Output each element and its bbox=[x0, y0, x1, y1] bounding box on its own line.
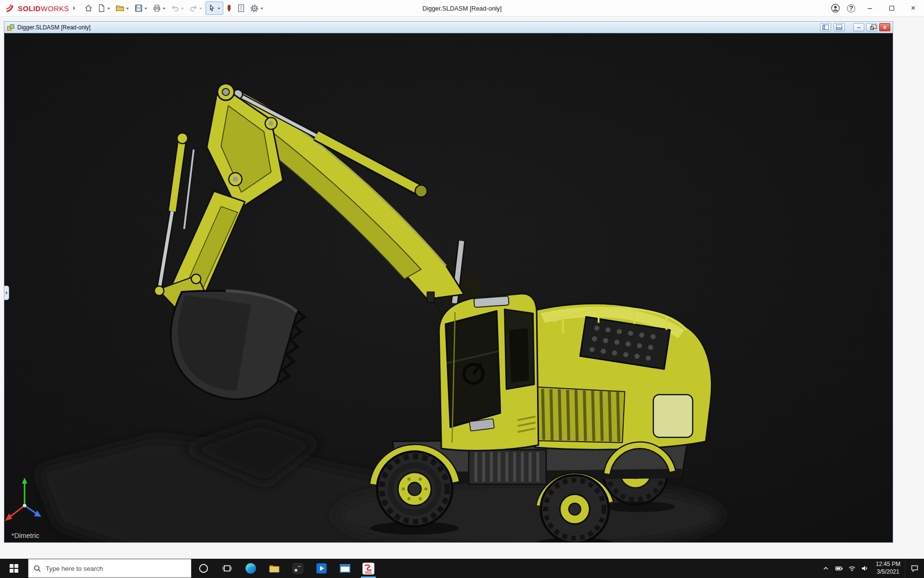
graphics-viewport[interactable]: *Dimetric bbox=[4, 33, 893, 542]
bottom-pane-button[interactable] bbox=[834, 23, 845, 31]
new-document-icon bbox=[97, 4, 106, 13]
home-button[interactable] bbox=[82, 1, 95, 15]
assembly-document-icon bbox=[7, 24, 14, 31]
solidworks-badge: 2021 bbox=[365, 571, 372, 574]
new-document-dropdown[interactable] bbox=[107, 8, 110, 10]
network-status[interactable] bbox=[846, 559, 859, 578]
engine-compartment[interactable] bbox=[514, 303, 712, 449]
notification-icon bbox=[911, 565, 919, 572]
taskbar-clock[interactable]: 12:45 PM 3/5/2021 bbox=[872, 559, 905, 578]
options-button[interactable] bbox=[248, 1, 266, 15]
new-document-button[interactable] bbox=[95, 1, 113, 15]
action-center-button[interactable] bbox=[905, 559, 924, 578]
clock-time: 12:45 PM bbox=[876, 561, 900, 568]
save-button[interactable] bbox=[132, 1, 150, 15]
file-explorer-icon bbox=[268, 562, 281, 575]
wheel-rear-near[interactable] bbox=[541, 475, 609, 542]
help-icon: ? bbox=[847, 4, 855, 13]
cortana-icon bbox=[198, 563, 209, 574]
cab[interactable] bbox=[427, 292, 538, 450]
select-tool-dropdown[interactable] bbox=[218, 8, 220, 10]
print-dropdown[interactable] bbox=[163, 8, 166, 10]
quick-access-toolbar bbox=[82, 1, 266, 15]
pane-buttons bbox=[820, 23, 845, 31]
solidworks-logo[interactable]: SOLIDWORKS bbox=[0, 3, 71, 13]
seat bbox=[509, 328, 529, 382]
restore-icon bbox=[870, 26, 874, 30]
document-restore-button[interactable] bbox=[866, 23, 877, 31]
redo-dropdown[interactable] bbox=[199, 8, 202, 10]
account-button[interactable] bbox=[827, 0, 843, 16]
edge-button[interactable] bbox=[239, 559, 262, 578]
media-app-button[interactable] bbox=[309, 559, 333, 578]
undo-icon bbox=[171, 4, 180, 13]
home-icon bbox=[84, 4, 93, 13]
speaker-icon bbox=[861, 565, 869, 572]
help-button[interactable]: ? bbox=[843, 0, 859, 16]
system-tray: 12:45 PM 3/5/2021 bbox=[820, 559, 924, 578]
window-app-icon bbox=[339, 562, 351, 575]
document-close-button[interactable]: × bbox=[879, 23, 890, 31]
close-button[interactable]: × bbox=[902, 0, 924, 16]
brand-solid: SOLID bbox=[18, 4, 41, 13]
cortana-button[interactable] bbox=[192, 559, 215, 578]
taskbar-search[interactable] bbox=[28, 559, 192, 578]
solidworks-taskbar-button[interactable]: 2021 bbox=[357, 559, 380, 578]
windows-taskbar: 2021 12:4 bbox=[0, 559, 924, 578]
app-titlebar: SOLIDWORKS bbox=[0, 0, 924, 17]
wheel-shadow bbox=[603, 501, 675, 512]
wifi-icon bbox=[848, 565, 856, 572]
titlebar-right-controls: ? – × bbox=[827, 0, 924, 16]
solidworks-taskbar-icon: 2021 bbox=[362, 562, 375, 575]
undo-button[interactable] bbox=[169, 1, 187, 15]
save-icon bbox=[134, 4, 143, 13]
minimize-button[interactable]: – bbox=[859, 0, 881, 16]
open-folder-icon bbox=[116, 4, 125, 13]
file-properties-button[interactable] bbox=[235, 1, 247, 15]
roof-panel bbox=[474, 296, 509, 307]
solidworks-logo-icon bbox=[5, 3, 15, 13]
print-button[interactable] bbox=[151, 1, 168, 15]
left-pane-icon bbox=[822, 25, 829, 30]
gear-icon bbox=[250, 4, 259, 13]
document-minimize-button[interactable]: – bbox=[853, 23, 864, 31]
search-input[interactable] bbox=[46, 565, 186, 572]
open-button[interactable] bbox=[114, 1, 132, 15]
media-app-icon bbox=[315, 562, 328, 575]
clock-date: 3/5/2021 bbox=[877, 568, 899, 576]
tray-expand-button[interactable] bbox=[820, 559, 833, 578]
save-dropdown[interactable] bbox=[144, 8, 147, 10]
select-arrow-icon bbox=[207, 4, 216, 13]
left-pane-button[interactable] bbox=[820, 23, 831, 31]
excavator-3d-model[interactable]: *Dimetric bbox=[4, 33, 893, 542]
print-icon bbox=[153, 4, 161, 13]
mdi-area: Digger.SLDASM [Read-only] bbox=[0, 17, 924, 559]
document-window-controls: – × bbox=[820, 23, 890, 31]
brand-text: SOLIDWORKS bbox=[18, 4, 69, 13]
options-dropdown[interactable] bbox=[260, 8, 263, 10]
select-tool-button[interactable] bbox=[205, 1, 223, 15]
dark-app-button[interactable] bbox=[286, 559, 309, 578]
windows-logo-icon bbox=[10, 564, 18, 573]
account-icon bbox=[831, 3, 840, 13]
touch-pen-button[interactable] bbox=[224, 1, 234, 15]
open-dropdown[interactable] bbox=[126, 8, 129, 10]
featuremanager-flyout-tab[interactable] bbox=[4, 286, 9, 300]
task-view-button[interactable] bbox=[215, 559, 239, 578]
start-button[interactable] bbox=[0, 559, 28, 578]
task-view-icon bbox=[222, 563, 232, 574]
window-app-button[interactable] bbox=[333, 559, 357, 578]
view-orientation-label: *Dimetric bbox=[12, 532, 39, 539]
undo-dropdown[interactable] bbox=[181, 8, 184, 10]
document-titlebar[interactable]: Digger.SLDASM [Read-only] bbox=[4, 22, 893, 33]
redo-button[interactable] bbox=[187, 1, 205, 15]
file-properties-icon bbox=[237, 4, 245, 13]
wheel-front-left[interactable] bbox=[377, 452, 452, 526]
file-explorer-button[interactable] bbox=[262, 559, 286, 578]
maximize-button[interactable] bbox=[881, 0, 902, 16]
toolbar-expand-arrow-icon[interactable] bbox=[73, 6, 76, 10]
mirror bbox=[427, 292, 434, 302]
battery-icon bbox=[835, 565, 843, 572]
battery-status[interactable] bbox=[833, 559, 846, 578]
rear-panel bbox=[654, 394, 693, 437]
